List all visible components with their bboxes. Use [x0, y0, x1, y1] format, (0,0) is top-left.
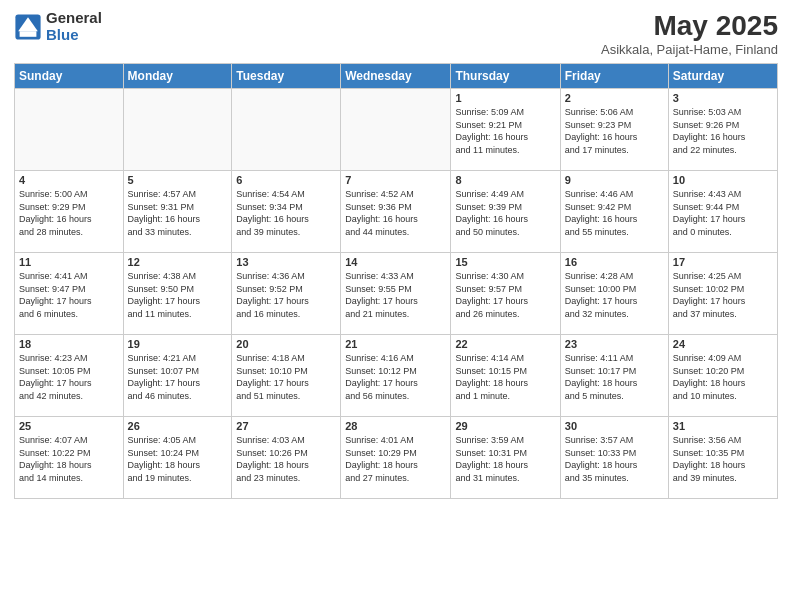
- day-info: Sunrise: 4:09 AM Sunset: 10:20 PM Daylig…: [673, 352, 773, 402]
- day-number: 11: [19, 256, 119, 268]
- main-title: May 2025: [601, 10, 778, 42]
- day-cell: 17Sunrise: 4:25 AM Sunset: 10:02 PM Dayl…: [668, 253, 777, 335]
- day-number: 21: [345, 338, 446, 350]
- title-block: May 2025 Asikkala, Paijat-Hame, Finland: [601, 10, 778, 57]
- day-info: Sunrise: 3:56 AM Sunset: 10:35 PM Daylig…: [673, 434, 773, 484]
- week-row-0: 1Sunrise: 5:09 AM Sunset: 9:21 PM Daylig…: [15, 89, 778, 171]
- week-row-4: 25Sunrise: 4:07 AM Sunset: 10:22 PM Dayl…: [15, 417, 778, 499]
- day-number: 5: [128, 174, 228, 186]
- day-cell: 7Sunrise: 4:52 AM Sunset: 9:36 PM Daylig…: [341, 171, 451, 253]
- day-cell: 26Sunrise: 4:05 AM Sunset: 10:24 PM Dayl…: [123, 417, 232, 499]
- day-cell: 11Sunrise: 4:41 AM Sunset: 9:47 PM Dayli…: [15, 253, 124, 335]
- day-cell: 16Sunrise: 4:28 AM Sunset: 10:00 PM Dayl…: [560, 253, 668, 335]
- col-wednesday: Wednesday: [341, 64, 451, 89]
- day-cell: 15Sunrise: 4:30 AM Sunset: 9:57 PM Dayli…: [451, 253, 560, 335]
- col-monday: Monday: [123, 64, 232, 89]
- day-number: 8: [455, 174, 555, 186]
- day-cell: 25Sunrise: 4:07 AM Sunset: 10:22 PM Dayl…: [15, 417, 124, 499]
- day-info: Sunrise: 4:14 AM Sunset: 10:15 PM Daylig…: [455, 352, 555, 402]
- day-cell: 6Sunrise: 4:54 AM Sunset: 9:34 PM Daylig…: [232, 171, 341, 253]
- calendar-body: 1Sunrise: 5:09 AM Sunset: 9:21 PM Daylig…: [15, 89, 778, 499]
- day-info: Sunrise: 4:11 AM Sunset: 10:17 PM Daylig…: [565, 352, 664, 402]
- day-info: Sunrise: 4:57 AM Sunset: 9:31 PM Dayligh…: [128, 188, 228, 238]
- day-cell: 13Sunrise: 4:36 AM Sunset: 9:52 PM Dayli…: [232, 253, 341, 335]
- day-number: 23: [565, 338, 664, 350]
- day-info: Sunrise: 4:21 AM Sunset: 10:07 PM Daylig…: [128, 352, 228, 402]
- day-info: Sunrise: 3:59 AM Sunset: 10:31 PM Daylig…: [455, 434, 555, 484]
- logo-text: General Blue: [46, 10, 102, 43]
- day-number: 18: [19, 338, 119, 350]
- day-number: 15: [455, 256, 555, 268]
- day-cell: 28Sunrise: 4:01 AM Sunset: 10:29 PM Dayl…: [341, 417, 451, 499]
- day-number: 3: [673, 92, 773, 104]
- day-number: 6: [236, 174, 336, 186]
- day-cell: 21Sunrise: 4:16 AM Sunset: 10:12 PM Dayl…: [341, 335, 451, 417]
- day-number: 30: [565, 420, 664, 432]
- day-number: 9: [565, 174, 664, 186]
- day-info: Sunrise: 3:57 AM Sunset: 10:33 PM Daylig…: [565, 434, 664, 484]
- day-info: Sunrise: 4:18 AM Sunset: 10:10 PM Daylig…: [236, 352, 336, 402]
- day-cell: 24Sunrise: 4:09 AM Sunset: 10:20 PM Dayl…: [668, 335, 777, 417]
- day-info: Sunrise: 4:46 AM Sunset: 9:42 PM Dayligh…: [565, 188, 664, 238]
- day-cell: 14Sunrise: 4:33 AM Sunset: 9:55 PM Dayli…: [341, 253, 451, 335]
- day-info: Sunrise: 4:03 AM Sunset: 10:26 PM Daylig…: [236, 434, 336, 484]
- day-number: 1: [455, 92, 555, 104]
- day-number: 28: [345, 420, 446, 432]
- day-info: Sunrise: 4:28 AM Sunset: 10:00 PM Daylig…: [565, 270, 664, 320]
- day-cell: 1Sunrise: 5:09 AM Sunset: 9:21 PM Daylig…: [451, 89, 560, 171]
- page: General Blue May 2025 Asikkala, Paijat-H…: [0, 0, 792, 612]
- day-number: 2: [565, 92, 664, 104]
- day-number: 17: [673, 256, 773, 268]
- day-info: Sunrise: 4:23 AM Sunset: 10:05 PM Daylig…: [19, 352, 119, 402]
- day-number: 7: [345, 174, 446, 186]
- day-info: Sunrise: 4:16 AM Sunset: 10:12 PM Daylig…: [345, 352, 446, 402]
- day-cell: 9Sunrise: 4:46 AM Sunset: 9:42 PM Daylig…: [560, 171, 668, 253]
- svg-rect-2: [20, 31, 37, 37]
- col-sunday: Sunday: [15, 64, 124, 89]
- day-info: Sunrise: 4:43 AM Sunset: 9:44 PM Dayligh…: [673, 188, 773, 238]
- day-info: Sunrise: 4:30 AM Sunset: 9:57 PM Dayligh…: [455, 270, 555, 320]
- day-info: Sunrise: 4:25 AM Sunset: 10:02 PM Daylig…: [673, 270, 773, 320]
- day-cell: 2Sunrise: 5:06 AM Sunset: 9:23 PM Daylig…: [560, 89, 668, 171]
- day-cell: 5Sunrise: 4:57 AM Sunset: 9:31 PM Daylig…: [123, 171, 232, 253]
- col-friday: Friday: [560, 64, 668, 89]
- subtitle: Asikkala, Paijat-Hame, Finland: [601, 42, 778, 57]
- day-number: 25: [19, 420, 119, 432]
- day-cell: 12Sunrise: 4:38 AM Sunset: 9:50 PM Dayli…: [123, 253, 232, 335]
- day-info: Sunrise: 4:05 AM Sunset: 10:24 PM Daylig…: [128, 434, 228, 484]
- day-info: Sunrise: 4:41 AM Sunset: 9:47 PM Dayligh…: [19, 270, 119, 320]
- day-number: 20: [236, 338, 336, 350]
- day-number: 12: [128, 256, 228, 268]
- day-number: 26: [128, 420, 228, 432]
- day-number: 24: [673, 338, 773, 350]
- day-info: Sunrise: 4:49 AM Sunset: 9:39 PM Dayligh…: [455, 188, 555, 238]
- calendar-table: Sunday Monday Tuesday Wednesday Thursday…: [14, 63, 778, 499]
- day-number: 13: [236, 256, 336, 268]
- col-saturday: Saturday: [668, 64, 777, 89]
- day-number: 31: [673, 420, 773, 432]
- day-cell: [341, 89, 451, 171]
- day-cell: 19Sunrise: 4:21 AM Sunset: 10:07 PM Dayl…: [123, 335, 232, 417]
- day-cell: 4Sunrise: 5:00 AM Sunset: 9:29 PM Daylig…: [15, 171, 124, 253]
- header-row: Sunday Monday Tuesday Wednesday Thursday…: [15, 64, 778, 89]
- header: General Blue May 2025 Asikkala, Paijat-H…: [14, 10, 778, 57]
- day-number: 19: [128, 338, 228, 350]
- day-cell: 8Sunrise: 4:49 AM Sunset: 9:39 PM Daylig…: [451, 171, 560, 253]
- day-cell: [15, 89, 124, 171]
- day-info: Sunrise: 4:01 AM Sunset: 10:29 PM Daylig…: [345, 434, 446, 484]
- day-number: 14: [345, 256, 446, 268]
- logo: General Blue: [14, 10, 102, 43]
- day-cell: 31Sunrise: 3:56 AM Sunset: 10:35 PM Dayl…: [668, 417, 777, 499]
- day-number: 27: [236, 420, 336, 432]
- day-info: Sunrise: 5:09 AM Sunset: 9:21 PM Dayligh…: [455, 106, 555, 156]
- col-tuesday: Tuesday: [232, 64, 341, 89]
- day-cell: 29Sunrise: 3:59 AM Sunset: 10:31 PM Dayl…: [451, 417, 560, 499]
- day-number: 4: [19, 174, 119, 186]
- day-info: Sunrise: 4:36 AM Sunset: 9:52 PM Dayligh…: [236, 270, 336, 320]
- col-thursday: Thursday: [451, 64, 560, 89]
- day-info: Sunrise: 5:06 AM Sunset: 9:23 PM Dayligh…: [565, 106, 664, 156]
- day-number: 16: [565, 256, 664, 268]
- day-number: 22: [455, 338, 555, 350]
- day-cell: 3Sunrise: 5:03 AM Sunset: 9:26 PM Daylig…: [668, 89, 777, 171]
- day-number: 10: [673, 174, 773, 186]
